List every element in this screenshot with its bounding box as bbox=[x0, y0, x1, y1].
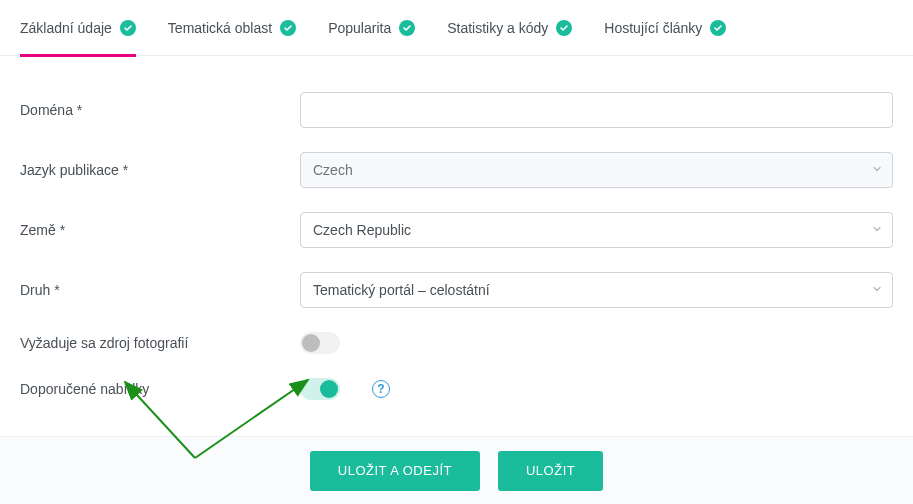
tab-popularity[interactable]: Popularita bbox=[328, 0, 415, 56]
type-select[interactable]: Tematický portál – celostátní bbox=[300, 272, 893, 308]
type-value: Tematický portál – celostátní bbox=[313, 282, 490, 298]
toggle-knob bbox=[302, 334, 320, 352]
row-country: Země * Czech Republic bbox=[20, 212, 893, 248]
tab-basic-data[interactable]: Základní údaje bbox=[20, 0, 136, 56]
tab-label: Statistiky a kódy bbox=[447, 20, 548, 36]
tab-statistics-codes[interactable]: Statistiky a kódy bbox=[447, 0, 572, 56]
country-select[interactable]: Czech Republic bbox=[300, 212, 893, 248]
row-recommended-offers: Doporučené nabídky ? bbox=[20, 378, 893, 400]
language-select[interactable]: Czech bbox=[300, 152, 893, 188]
check-icon bbox=[710, 20, 726, 36]
domain-label: Doména * bbox=[20, 102, 300, 118]
check-icon bbox=[280, 20, 296, 36]
country-label: Země * bbox=[20, 222, 300, 238]
toggle-knob bbox=[320, 380, 338, 398]
check-icon bbox=[556, 20, 572, 36]
row-domain: Doména * bbox=[20, 92, 893, 128]
row-photo-source: Vyžaduje sa zdroj fotografií bbox=[20, 332, 893, 354]
tab-label: Hostující články bbox=[604, 20, 702, 36]
photo-source-toggle[interactable] bbox=[300, 332, 340, 354]
type-label: Druh * bbox=[20, 282, 300, 298]
domain-input[interactable] bbox=[300, 92, 893, 128]
tab-thematic-area[interactable]: Tematická oblast bbox=[168, 0, 296, 56]
form-area: Doména * Jazyk publikace * Czech Země * … bbox=[0, 56, 913, 400]
recommended-offers-toggle[interactable] bbox=[300, 378, 340, 400]
check-icon bbox=[120, 20, 136, 36]
row-language: Jazyk publikace * Czech bbox=[20, 152, 893, 188]
photo-source-label: Vyžaduje sa zdroj fotografií bbox=[20, 335, 300, 351]
recommended-offers-label: Doporučené nabídky bbox=[20, 381, 300, 397]
row-type: Druh * Tematický portál – celostátní bbox=[20, 272, 893, 308]
tab-bar: Základní údaje Tematická oblast Populari… bbox=[0, 0, 913, 56]
tab-label: Základní údaje bbox=[20, 20, 112, 36]
country-value: Czech Republic bbox=[313, 222, 411, 238]
language-value: Czech bbox=[313, 162, 353, 178]
check-icon bbox=[399, 20, 415, 36]
tab-guest-articles[interactable]: Hostující články bbox=[604, 0, 726, 56]
action-bar: ULOŽIT A ODEJÍT ULOŽIT bbox=[0, 436, 913, 504]
tab-label: Popularita bbox=[328, 20, 391, 36]
save-button[interactable]: ULOŽIT bbox=[498, 451, 603, 491]
tab-label: Tematická oblast bbox=[168, 20, 272, 36]
save-and-exit-button[interactable]: ULOŽIT A ODEJÍT bbox=[310, 451, 480, 491]
language-label: Jazyk publikace * bbox=[20, 162, 300, 178]
help-icon[interactable]: ? bbox=[372, 380, 390, 398]
